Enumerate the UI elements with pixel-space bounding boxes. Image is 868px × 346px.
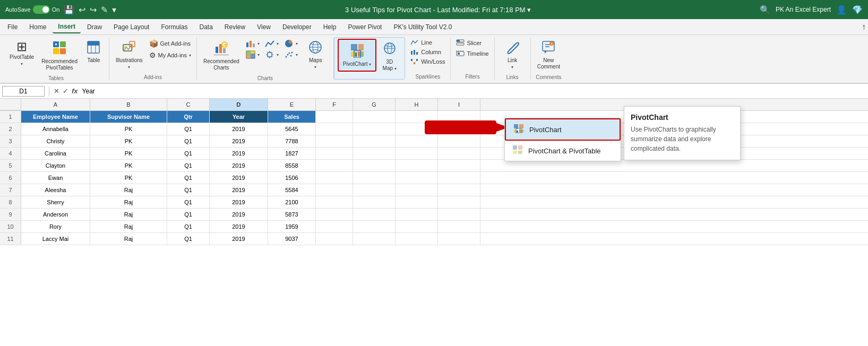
customize-icon[interactable]: ▾ [112, 5, 116, 15]
cell-row6-col3[interactable]: Q1 [167, 172, 210, 184]
cell-c1[interactable]: Qtr [167, 111, 210, 123]
cell-g1[interactable] [353, 111, 396, 123]
menu-draw[interactable]: Draw [82, 21, 107, 33]
cell-reference-box[interactable] [2, 86, 45, 97]
cell-row2-col1[interactable]: Annabella [21, 123, 90, 135]
get-addins-button[interactable]: 📦 Get Add-ins [147, 38, 193, 49]
cell-a1[interactable]: Employee Name [21, 111, 90, 123]
cell-row10-col4[interactable]: 2019 [210, 221, 268, 232]
cell-row11-col5[interactable]: 9037 [268, 233, 316, 245]
timeline-button[interactable]: Timeline [454, 49, 491, 58]
quick-access-icon[interactable]: ✎ [101, 5, 108, 15]
menu-power-pivot[interactable]: Power Pivot [342, 21, 387, 33]
cell-row3-col5[interactable]: 7788 [268, 135, 316, 147]
col-chart-button[interactable]: ▾ [244, 38, 262, 49]
title-dropdown-icon[interactable]: ▾ [527, 6, 531, 14]
cell-row5-col3[interactable]: Q1 [167, 160, 210, 171]
cell-row8-col2[interactable]: Raj [90, 196, 167, 208]
hierarchy-chart-button[interactable]: ▾ [244, 49, 262, 60]
cell-row3-col4[interactable]: 2019 [210, 135, 268, 147]
pivotchart-pivottable-dropdown-item[interactable]: PivotChart & PivotTable [505, 141, 621, 161]
cell-row2-col3[interactable]: Q1 [167, 123, 210, 135]
cell-row7-col4[interactable]: 2019 [210, 184, 268, 196]
cell-row4-col2[interactable]: PK [90, 148, 167, 159]
cell-row6-col5[interactable]: 1506 [268, 172, 316, 184]
pie-chart-button[interactable]: ▾ [282, 38, 300, 49]
cell-row7-col5[interactable]: 5584 [268, 184, 316, 196]
pivottable-button[interactable]: ⊞ PivotTable▾ [6, 38, 37, 69]
col-header-a[interactable]: A [21, 99, 90, 110]
col-header-d[interactable]: D [210, 99, 268, 110]
formula-confirm-icon[interactable]: ✓ [63, 87, 68, 95]
cell-row7-col3[interactable]: Q1 [167, 184, 210, 196]
cell-row9-col2[interactable]: Raj [90, 209, 167, 220]
link-button[interactable]: Link▾ [498, 38, 527, 72]
cell-row4-col5[interactable]: 1827 [268, 148, 316, 159]
menu-data[interactable]: Data [194, 21, 218, 33]
column-sparkline-button[interactable]: Column [408, 48, 447, 56]
save-icon[interactable]: 💾 [64, 5, 74, 15]
cell-row9-col5[interactable]: 5873 [268, 209, 316, 220]
cell-row2-col5[interactable]: 5645 [268, 123, 316, 135]
menu-view[interactable]: View [252, 21, 276, 33]
cell-row9-col4[interactable]: 2019 [210, 209, 268, 220]
cell-row4-col3[interactable]: Q1 [167, 148, 210, 159]
cell-row3-col1[interactable]: Christy [21, 135, 90, 147]
cell-row3-col2[interactable]: PK [90, 135, 167, 147]
formula-input[interactable] [80, 87, 866, 96]
cell-row8-col5[interactable]: 2100 [268, 196, 316, 208]
cell-row5-col4[interactable]: 2019 [210, 160, 268, 171]
cell-row11-col1[interactable]: Laccy Mai [21, 233, 90, 245]
menu-utility-tool[interactable]: PK's Utility Tool V2.0 [388, 21, 457, 33]
col-header-h[interactable]: H [396, 99, 438, 110]
user-name[interactable]: PK An Excel Expert [776, 6, 831, 13]
winloss-sparkline-button[interactable]: Win/Loss [408, 57, 447, 66]
cell-row5-col5[interactable]: 8558 [268, 160, 316, 171]
cell-row5-col2[interactable]: PK [90, 160, 167, 171]
col-header-c[interactable]: C [167, 99, 210, 110]
menu-insert[interactable]: Insert [53, 21, 81, 33]
cell-row6-col2[interactable]: PK [90, 172, 167, 184]
cell-row6-col4[interactable]: 2019 [210, 172, 268, 184]
slicer-button[interactable]: Slicer [454, 38, 491, 48]
cell-row9-col3[interactable]: Q1 [167, 209, 210, 220]
pivotchart-dropdown-item[interactable]: PivotChart [505, 118, 621, 141]
cell-row11-col3[interactable]: Q1 [167, 233, 210, 245]
cell-row5-col1[interactable]: Clayton [21, 160, 90, 171]
illustrations-button[interactable]: A Illustrations▾ [113, 38, 146, 72]
cell-row4-col1[interactable]: Carolina [21, 148, 90, 159]
my-addins-button[interactable]: ⚙ My Add-ins ▾ [147, 50, 193, 60]
profile-icon[interactable]: 👤 [836, 5, 847, 15]
menu-file[interactable]: File [2, 21, 23, 33]
cell-row7-col2[interactable]: Raj [90, 184, 167, 196]
col-header-e[interactable]: E [268, 99, 316, 110]
table-button[interactable]: Table [82, 38, 106, 66]
3d-map-button[interactable]: 3DMap ▾ [377, 39, 401, 74]
cell-row11-col4[interactable]: 2019 [210, 233, 268, 245]
menu-help[interactable]: Help [318, 21, 342, 33]
pivotchart-button[interactable]: PivotChart ▾ [338, 39, 376, 72]
cell-row2-col4[interactable]: 2019 [210, 123, 268, 135]
cell-d1[interactable]: Year [210, 111, 268, 123]
formula-cancel-icon[interactable]: ✕ [54, 87, 59, 95]
menu-review[interactable]: Review [219, 21, 251, 33]
ribbon-icon[interactable]: 💎 [852, 5, 863, 15]
cell-row8-col3[interactable]: Q1 [167, 196, 210, 208]
menu-page-layout[interactable]: Page Layout [108, 21, 154, 33]
menu-developer[interactable]: Developer [277, 21, 317, 33]
stat-chart-button[interactable]: ▾ [263, 49, 281, 60]
autosave-toggle[interactable]: AutoSave On [5, 5, 59, 14]
cell-row4-col4[interactable]: 2019 [210, 148, 268, 159]
cell-b1[interactable]: Supvisor Name [90, 111, 167, 123]
col-header-g[interactable]: G [353, 99, 396, 110]
col-header-b[interactable]: B [90, 99, 167, 110]
menu-formulas[interactable]: Formulas [156, 21, 193, 33]
menu-home[interactable]: Home [24, 21, 51, 33]
cell-row7-col1[interactable]: Aleesha [21, 184, 90, 196]
recommended-charts-button[interactable]: ★ RecommendedCharts [200, 38, 243, 73]
cell-row6-col1[interactable]: Ewan [21, 172, 90, 184]
col-header-i[interactable]: I [438, 99, 480, 110]
cell-f1[interactable] [316, 111, 353, 123]
autosave-switch[interactable] [33, 5, 50, 14]
search-icon[interactable]: 🔍 [760, 5, 770, 15]
